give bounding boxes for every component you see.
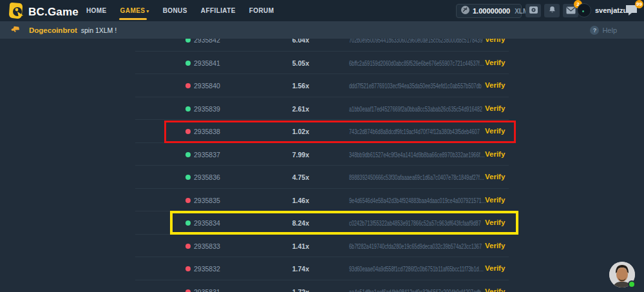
result-dot [185, 83, 191, 88]
round-multiplier: 1.56x [251, 82, 309, 90]
round-multiplier: 1.72x [251, 288, 309, 292]
help-button[interactable]: ? Help [590, 21, 617, 39]
verify-link[interactable]: Verify [485, 39, 505, 43]
round-hash: 6bffc2a59159d2060d0abc85f526e6be676e5590… [349, 59, 484, 67]
bell-icon [548, 5, 556, 17]
table-row: 2935838 1.02x 743c2d874b6d8a8dcdf9fc19ac… [135, 120, 509, 143]
username: svenjatzu [595, 6, 627, 14]
verify-link[interactable]: Verify [485, 242, 505, 249]
table-row: 2935842 6.04x 702b0e950095441d6330602960… [135, 39, 509, 52]
header-icon-buttons: 2 [526, 4, 578, 17]
chat-bubble-icon [625, 8, 638, 19]
main-nav: HOME GAMES▾ BONUS AFFILIATE FORUM [86, 0, 274, 21]
verify-link[interactable]: Verify [485, 264, 505, 272]
result-dot [185, 39, 191, 43]
round-id: 2935832 [194, 265, 220, 273]
round-multiplier: 4.75x [251, 173, 309, 181]
round-multiplier: 1.41x [251, 242, 309, 250]
nav-item-affiliate[interactable]: AFFILIATE [201, 0, 236, 21]
result-dot [185, 289, 191, 292]
floating-user-avatar[interactable] [609, 262, 635, 287]
coin-icon [461, 5, 469, 17]
round-id: 2935831 [194, 288, 220, 292]
round-hash: 348bb9db61527e4c9f3e4a1414d9b8ba66ce8970… [349, 151, 485, 159]
wallet-button[interactable] [526, 4, 541, 17]
verify-link[interactable]: Verify [485, 59, 505, 66]
round-hash: 743c2d874b6d8a8dcdf9fc19acf4d70f74f12a38… [349, 128, 480, 135]
round-multiplier: 1.46x [251, 197, 309, 204]
balance-amount: 1.00000000 [473, 7, 510, 15]
announcement-link[interactable]: Dogecoinbrot [29, 26, 77, 34]
help-label: Help [602, 26, 617, 34]
verify-link[interactable]: Verify [485, 219, 505, 226]
nav-item-home[interactable]: HOME [86, 0, 107, 21]
chevron-down-icon: ▾ [146, 8, 149, 14]
bcgame-logo-icon [8, 2, 24, 22]
announcement-text: spin 1XLM ! [81, 26, 117, 34]
main-content: 2935842 6.04x 702b0e950095441d6330602960… [0, 39, 644, 292]
table-row: 2935833 1.41x 6b7f282a419740cfda280e19c6… [135, 235, 509, 258]
round-hash: 8988392450666c53f30afaaaea69c1d6a7c0407e… [349, 173, 484, 181]
verify-link[interactable]: Verify [485, 173, 505, 180]
result-dot [185, 129, 191, 134]
megaphone-icon [11, 24, 21, 36]
round-multiplier: 1.74x [251, 265, 309, 273]
table-row: 2935831 1.72x aa4e51dfba1eef6ad4bb98412c… [135, 280, 509, 292]
result-dot [185, 220, 191, 226]
notifications-button[interactable] [544, 4, 560, 17]
user-avatar [577, 3, 591, 17]
round-id: 2935840 [194, 82, 220, 90]
balance-selector[interactable]: 1.00000000 XLM ▾ [456, 4, 522, 18]
round-id: 2935841 [194, 59, 220, 67]
round-id: 2935837 [194, 151, 220, 159]
round-multiplier: 2.61x [251, 105, 309, 113]
round-hash: a1bb0eaaf17ed4527669f2a0bba8cc53abab26c6… [349, 105, 482, 113]
result-dot [185, 61, 191, 66]
table-row: 2935837 7.99x 348bb9db61527e4c9f3e4a1414… [135, 143, 509, 166]
round-hash: 93d60eaae04a9d558f1cd7286f2c0b6751b11af6… [349, 265, 484, 273]
round-id: 2935839 [194, 105, 220, 113]
result-dot [185, 152, 191, 157]
top-navbar: BC.Game HOME GAMES▾ BONUS AFFILIATE FORU… [0, 0, 644, 21]
table-row: 2935841 5.05x 6bffc2a59159d2060d0abc85f5… [135, 52, 509, 75]
table-row: 2935840 1.56x ddd7f521e87769103ecf94ea35… [135, 74, 509, 97]
nav-item-bonus[interactable]: BONUS [163, 0, 187, 21]
online-status-dot [628, 280, 636, 288]
verify-link[interactable]: Verify [485, 104, 505, 112]
table-row: 2935835 1.46x 9e4d6546d4e58a42d3b4f92488… [135, 189, 509, 212]
result-dot [185, 244, 191, 249]
round-hash: ddd7f521e87769103ecf94ea35da50ee354efd1c… [349, 82, 482, 90]
brand-logo[interactable]: BC.Game [8, 2, 79, 22]
round-hash: aa4e51dfba1eef6ad4bb98412cd9e32b6567c200… [349, 288, 481, 292]
chat-button[interactable]: 99 [625, 4, 639, 17]
messages-button[interactable]: 2 [563, 4, 578, 17]
result-dot [185, 175, 191, 180]
round-id: 2935833 [194, 242, 220, 250]
round-id: 2935836 [194, 173, 220, 181]
round-multiplier: 1.02x [251, 128, 309, 135]
verify-link[interactable]: Verify [485, 127, 505, 135]
help-icon: ? [590, 26, 599, 35]
table-row: 2935836 4.75x 8988392450666c53f30afaaaea… [135, 166, 509, 189]
round-multiplier: 6.04x [251, 39, 309, 44]
vault-icon [529, 5, 538, 17]
verify-link[interactable]: Verify [485, 81, 505, 89]
round-id: 2935838 [194, 128, 220, 135]
table-row: 2935834 8.24x c0242b713f55322ab4853e9178… [135, 211, 509, 235]
verify-link[interactable]: Verify [485, 287, 505, 292]
round-hash: c0242b713f55322ab4853e917866c52a57c963df… [349, 219, 481, 227]
round-id: 2935835 [194, 197, 220, 204]
rounds-table: 2935842 6.04x 702b0e950095441d6330602960… [135, 39, 509, 292]
table-row: 2935839 2.61x a1bb0eaaf17ed4527669f2a0bb… [135, 97, 509, 121]
nav-item-forum[interactable]: FORUM [249, 0, 274, 21]
round-multiplier: 7.99x [251, 151, 309, 159]
result-dot [185, 198, 191, 203]
page: BC.Game HOME GAMES▾ BONUS AFFILIATE FORU… [0, 0, 644, 292]
nav-item-games[interactable]: GAMES▾ [120, 0, 149, 21]
round-id: 2935834 [194, 219, 220, 227]
chat-badge: 99 [635, 0, 643, 8]
brand-name: BC.Game [28, 6, 79, 19]
round-hash: 6b7f282a419740cfda280e19c65d9deca032c39b… [349, 242, 482, 250]
verify-link[interactable]: Verify [485, 196, 505, 204]
verify-link[interactable]: Verify [485, 150, 505, 158]
